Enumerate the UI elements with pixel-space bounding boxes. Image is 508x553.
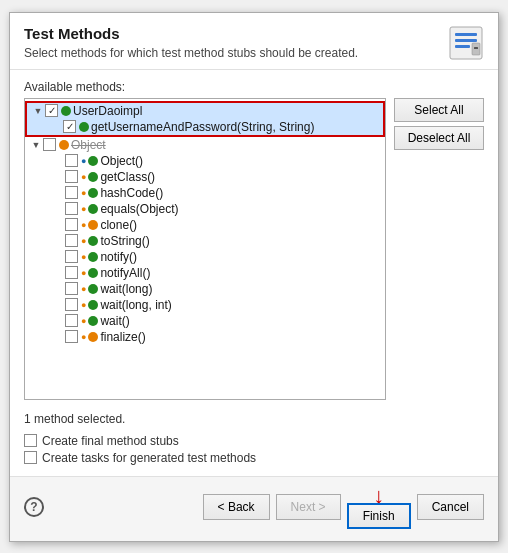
checkbox-empty[interactable] [65,250,78,263]
method-text: Object() [100,154,143,168]
checkbox-empty[interactable] [65,170,78,183]
checkbox-empty[interactable] [43,138,56,151]
dialog-header: Test Methods Select methods for which te… [10,13,498,70]
method-icon-green [88,188,98,198]
svg-rect-3 [455,45,470,48]
side-buttons: Select All Deselect All [394,98,484,400]
method-text: clone() [100,218,137,232]
status-bar: 1 method selected. [10,406,498,430]
access-icon: ● [81,172,86,182]
list-item[interactable]: ● wait(long) [25,281,385,297]
checkbox-checked[interactable]: ✓ [63,120,76,133]
help-button[interactable]: ? [24,497,44,517]
dialog-footer: ? < Back Next > ↓ Finish Cancel [10,476,498,541]
list-item[interactable]: ● clone() [25,217,385,233]
method-text: notify() [100,250,137,264]
method-text: UserDaoimpl [73,104,142,118]
method-text: Object [71,138,106,152]
method-icon-green [79,122,89,132]
access-icon: ● [81,284,86,294]
method-text: wait(long) [100,282,152,296]
method-text: toString() [100,234,149,248]
method-icon-green [88,156,98,166]
access-icon: ● [81,204,86,214]
methods-container: ▼ ✓ UserDaoimpl ✓ getUsernameAndPassword… [24,98,484,400]
method-icon-green [88,204,98,214]
cancel-button[interactable]: Cancel [417,494,484,520]
finish-arrow-container: ↓ Finish [347,485,411,529]
svg-rect-2 [455,39,477,42]
method-icon-green [88,236,98,246]
method-text: getClass() [100,170,155,184]
method-text: finalize() [100,330,145,344]
available-label: Available methods: [24,80,484,94]
checkbox-empty[interactable] [65,186,78,199]
method-icon-green [88,172,98,182]
list-item[interactable]: ● equals(Object) [25,201,385,217]
options-section: Create final method stubs Create tasks f… [10,430,498,476]
list-item[interactable]: ● getClass() [25,169,385,185]
class-icon-orange [59,140,69,150]
status-text: 1 method selected. [24,412,125,426]
finish-button[interactable]: Finish [347,503,411,529]
expand-icon: ▼ [31,104,45,118]
checkbox-partial[interactable]: ✓ [45,104,58,117]
select-all-button[interactable]: Select All [394,98,484,122]
method-text: hashCode() [100,186,163,200]
methods-list-wrapper[interactable]: ▼ ✓ UserDaoimpl ✓ getUsernameAndPassword… [24,98,386,400]
access-icon: ● [81,300,86,310]
option-row-1: Create final method stubs [24,434,484,448]
list-item[interactable]: ● hashCode() [25,185,385,201]
list-item[interactable]: ● wait(long, int) [25,297,385,313]
method-text: wait(long, int) [100,298,171,312]
list-item[interactable]: ✓ getUsernameAndPassword(String, String) [25,119,385,137]
checkbox-empty[interactable] [65,282,78,295]
option-row-2: Create tasks for generated test methods [24,451,484,465]
class-icon-green [61,106,71,116]
checkbox-empty[interactable] [65,202,78,215]
method-text: equals(Object) [100,202,178,216]
footer-left: ? [24,497,44,517]
checkbox-empty[interactable] [65,298,78,311]
header-text: Test Methods Select methods for which te… [24,25,438,60]
back-button[interactable]: < Back [203,494,270,520]
method-icon-green [88,284,98,294]
svg-rect-1 [455,33,477,36]
checkbox-empty[interactable] [65,330,78,343]
expand-icon [49,120,63,134]
option-checkbox-2[interactable] [24,451,37,464]
list-item[interactable]: ▼ ✓ UserDaoimpl [25,101,385,121]
access-icon: ● [81,316,86,326]
method-icon-orange [88,220,98,230]
option-label-2: Create tasks for generated test methods [42,451,256,465]
list-item[interactable]: ● notifyAll() [25,265,385,281]
next-button[interactable]: Next > [276,494,341,520]
method-icon-green [88,252,98,262]
list-item[interactable]: ● Object() [25,153,385,169]
option-label-1: Create final method stubs [42,434,179,448]
list-item[interactable]: ▼ Object [25,137,385,153]
checkbox-empty[interactable] [65,154,78,167]
access-icon: ● [81,220,86,230]
list-item[interactable]: ● finalize() [25,329,385,345]
access-icon: ● [81,236,86,246]
checkbox-empty[interactable] [65,218,78,231]
method-icon-green [88,268,98,278]
dialog-icon [448,25,484,61]
list-item[interactable]: ● notify() [25,249,385,265]
methods-list: ▼ ✓ UserDaoimpl ✓ getUsernameAndPassword… [25,99,385,347]
list-item[interactable]: ● wait() [25,313,385,329]
access-icon: ● [81,156,86,166]
checkbox-empty[interactable] [65,314,78,327]
access-icon: ● [81,268,86,278]
dialog-title: Test Methods [24,25,438,42]
footer-buttons: < Back Next > ↓ Finish Cancel [203,485,484,529]
dialog-subtitle: Select methods for which test method stu… [24,46,438,60]
access-icon: ● [81,188,86,198]
list-item[interactable]: ● toString() [25,233,385,249]
checkbox-empty[interactable] [65,234,78,247]
deselect-all-button[interactable]: Deselect All [394,126,484,150]
method-icon-green [88,300,98,310]
option-checkbox-1[interactable] [24,434,37,447]
checkbox-empty[interactable] [65,266,78,279]
